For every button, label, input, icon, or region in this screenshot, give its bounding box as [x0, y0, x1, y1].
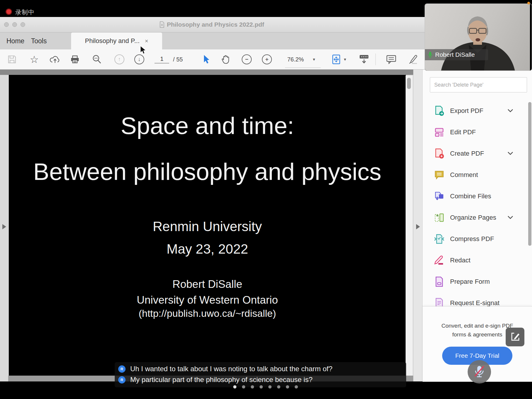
- chevron-down-icon[interactable]: [507, 108, 513, 113]
- participant-name: Robert DiSalle: [435, 51, 475, 58]
- camera-indicator-icon: [527, 2, 530, 4]
- sidebar-tool-edit-pdf[interactable]: Edit PDF: [423, 121, 532, 143]
- open-navigation-pane-icon[interactable]: [2, 224, 6, 229]
- sidebar-tool-export-pdf[interactable]: Export PDF: [423, 100, 532, 121]
- save-icon[interactable]: [7, 49, 17, 69]
- caption-avatar: R: [118, 376, 126, 383]
- sidebar-tool-compress-pdf[interactable]: Compress PDF: [423, 228, 532, 250]
- caption-dot[interactable]: [260, 385, 263, 388]
- redact-icon: [434, 255, 445, 266]
- create-pdf-icon: [434, 148, 445, 159]
- caption-text: Uh I wanted to talk about I was noting t…: [130, 365, 332, 373]
- slide-affiliation: University of Western Ontario: [9, 294, 406, 306]
- page-number-input[interactable]: 1: [155, 49, 169, 69]
- tab-home[interactable]: Home: [6, 32, 24, 49]
- export-pdf-icon: [434, 105, 445, 116]
- pdf-slide-page: Space and time: Between philosophy and p…: [9, 75, 406, 376]
- tools-search-input[interactable]: [430, 82, 527, 88]
- tools-search[interactable]: [430, 77, 527, 92]
- tab-document[interactable]: Philosophy and P... ×: [71, 32, 162, 49]
- speaker-portrait: [425, 4, 530, 71]
- webcam-tile[interactable]: Robert DiSalle: [425, 4, 532, 71]
- document-pane: Space and time: Between philosophy and p…: [0, 70, 413, 381]
- sidebar-tool-combine-files[interactable]: Combine Files: [423, 185, 532, 207]
- search-icon[interactable]: [92, 49, 102, 69]
- hand-tool-icon[interactable]: [220, 49, 231, 69]
- chevron-down-icon[interactable]: [507, 151, 513, 156]
- caption-dot[interactable]: [277, 385, 280, 388]
- zoom-level-value[interactable]: 76.2%: [285, 49, 306, 69]
- document-top-shadow: [0, 70, 413, 75]
- zoom-dropdown-icon[interactable]: ▾: [311, 49, 317, 69]
- combine-files-icon: [434, 191, 445, 202]
- document-scrollbar[interactable]: [406, 75, 413, 376]
- sidebar-tool-label: Combine Files: [450, 192, 491, 200]
- sidebar-scrollbar-thumb[interactable]: [528, 102, 531, 246]
- page-up-icon[interactable]: ↑: [114, 49, 125, 69]
- sidebar-tool-request-e-signat[interactable]: Request E-signat: [423, 292, 532, 306]
- sidebar-tool-label: Request E-signat: [450, 299, 500, 307]
- star-icon[interactable]: ☆: [29, 49, 40, 69]
- esign-pen-icon[interactable]: [506, 328, 524, 346]
- sidebar-tool-label: Edit PDF: [450, 128, 476, 136]
- comment-icon: [434, 169, 445, 180]
- tab-close-icon[interactable]: ×: [145, 38, 148, 44]
- slide-title-line1: Space and time:: [9, 112, 406, 140]
- caption-dot[interactable]: [286, 385, 289, 388]
- select-tool-icon[interactable]: [201, 49, 212, 69]
- sidebar-tool-label: Organize Pages: [450, 214, 496, 221]
- caption-dot[interactable]: [295, 385, 298, 388]
- cloud-upload-icon[interactable]: [50, 49, 60, 69]
- chevron-down-icon[interactable]: [507, 215, 513, 220]
- page-count-label: / 55: [171, 49, 185, 69]
- highlighter-icon[interactable]: [407, 49, 418, 69]
- live-captions: RUh I wanted to talk about I was noting …: [115, 362, 406, 387]
- sidebar-tool-label: Compress PDF: [450, 235, 494, 243]
- compress-pdf-icon: [434, 233, 445, 245]
- fit-dropdown-icon[interactable]: ▾: [342, 49, 348, 69]
- collapse-tools-pane-icon[interactable]: [416, 224, 420, 229]
- mute-microphone-button[interactable]: [468, 360, 491, 383]
- caption-dot[interactable]: [233, 385, 236, 388]
- slide-url: (http://publish.uwo.ca/~rdisalle): [9, 308, 406, 319]
- print-icon[interactable]: [70, 49, 80, 69]
- sidebar-tool-label: Export PDF: [450, 107, 483, 115]
- slide-date: May 23, 2022: [9, 241, 406, 257]
- tab-document-label: Philosophy and P...: [85, 37, 140, 45]
- webcam-video: [425, 4, 530, 71]
- tab-tools[interactable]: Tools: [31, 32, 47, 49]
- caption-avatar: R: [118, 365, 126, 373]
- comment-icon[interactable]: [386, 49, 397, 69]
- mic-muted-icon: [473, 365, 485, 379]
- caption-line: RMy particular part of the philosophy of…: [118, 376, 313, 384]
- zoom-out-icon[interactable]: −: [241, 49, 252, 69]
- sidebar-tool-comment[interactable]: Comment: [423, 164, 532, 185]
- sidebar-tool-prepare-form[interactable]: Prepare Form: [423, 271, 532, 292]
- sidebar-tool-label: Redact: [450, 257, 471, 264]
- caption-page-dots[interactable]: [233, 385, 298, 388]
- sidebar-tool-organize-pages[interactable]: Organize Pages: [423, 207, 532, 228]
- sidebar-tool-create-pdf[interactable]: Create PDF: [423, 143, 532, 164]
- participant-name-tag: Robert DiSalle: [425, 49, 488, 60]
- request-esign-icon: [434, 297, 445, 307]
- tools-pane-collapse-strip: [413, 70, 422, 381]
- caption-dot[interactable]: [242, 385, 245, 388]
- tools-sidebar: Export PDFEdit PDFCreate PDFCommentCombi…: [422, 70, 532, 381]
- edit-pdf-icon: [434, 127, 445, 138]
- organize-pages-icon: [434, 212, 445, 223]
- caption-dot[interactable]: [268, 385, 272, 388]
- sidebar-tool-label: Comment: [450, 171, 478, 179]
- document-scrollbar-thumb[interactable]: [407, 78, 411, 89]
- caption-dot[interactable]: [251, 385, 254, 388]
- window-title: Philosophy and Physics 2022.pdf: [0, 17, 424, 32]
- caption-text: My particular part of the philosophy of …: [130, 376, 313, 384]
- sidebar-tool-redact[interactable]: Redact: [423, 250, 532, 271]
- slide-title-line2: Between philosophy and physics: [9, 158, 406, 185]
- toolbar-hide-icon[interactable]: [358, 49, 370, 69]
- zoom-in-icon[interactable]: +: [262, 49, 272, 69]
- fit-page-icon[interactable]: [331, 49, 341, 69]
- sidebar-tool-label: Prepare Form: [450, 278, 490, 286]
- recording-indicator-icon: [6, 9, 11, 14]
- caption-line: RUh I wanted to talk about I was noting …: [118, 365, 332, 373]
- slide-author: Robert DiSalle: [9, 278, 406, 290]
